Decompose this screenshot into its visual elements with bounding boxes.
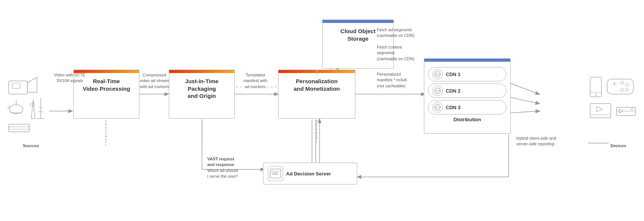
svg-point-56	[595, 94, 597, 96]
svg-point-70	[631, 108, 633, 110]
cdn3-item: CDN 3	[428, 100, 506, 114]
svg-point-60	[626, 88, 629, 91]
distribution-box: CDN 1 CDN 2	[424, 58, 511, 134]
jit-box: Just-in-TimePackagingand Origin	[169, 70, 235, 119]
personalization-box: Personalizationand Monetization	[278, 70, 355, 119]
svg-text:((: ((	[8, 105, 10, 109]
fetch-ad-segments-label: Fetch ad segments(cacheable on CDN)	[377, 27, 445, 39]
svg-rect-57	[607, 79, 633, 94]
devices-label: Devices	[600, 143, 637, 149]
svg-line-13	[509, 111, 539, 113]
svg-point-59	[626, 83, 629, 86]
cdn3-label: CDN 3	[446, 105, 460, 110]
personalization-title: Personalizationand Monetization	[278, 73, 355, 96]
source-icons: (())) ((	[7, 70, 48, 134]
jit-title: Just-in-TimePackagingand Origin	[169, 73, 234, 104]
distribution-label: Distribution	[424, 117, 510, 122]
jit-header	[169, 70, 234, 73]
video-signals-label: Video with SCTE 35/104 signals	[53, 72, 87, 84]
personalized-manifest-label: Personalizedmanifest *.m3u8(not cacheabl…	[377, 72, 445, 89]
svg-text:AD: AD	[272, 171, 278, 176]
cdn2-label: CDN 2	[446, 88, 460, 94]
svg-marker-67	[597, 107, 603, 112]
svg-rect-54	[590, 77, 601, 97]
svg-text:(())): (()))	[29, 102, 35, 106]
svg-rect-39	[9, 124, 29, 132]
hybrid-reporting-label: Hybrid client-side andserver-side report…	[516, 136, 592, 147]
svg-marker-25	[28, 77, 37, 92]
fetch-content-segments-label: Fetch contentsegments(cacheable on CDN)	[377, 44, 445, 62]
svg-point-58	[621, 81, 624, 84]
svg-line-11	[509, 83, 539, 94]
vast-request-label: VAST requestand responseWhich ad shouldI…	[207, 156, 260, 180]
cdn3-icon	[432, 102, 443, 113]
svg-point-61	[621, 88, 624, 91]
ads-box: AD Ad Decision Server	[263, 163, 357, 184]
cloud-storage-header	[323, 20, 393, 23]
svg-point-27	[9, 105, 23, 114]
ads-icon: AD	[268, 166, 283, 181]
svg-rect-64	[590, 104, 611, 118]
diagram: (())) (( Sources Real-TimeVideo Processi…	[0, 0, 644, 221]
svg-rect-26	[12, 83, 20, 88]
svg-line-12	[509, 97, 539, 104]
ads-label: Ad Decision Server	[286, 171, 331, 177]
svg-rect-24	[9, 81, 28, 94]
cdn1-label: CDN 1	[446, 72, 460, 77]
device-icons	[588, 73, 637, 137]
sources-label: Sources	[12, 143, 50, 149]
